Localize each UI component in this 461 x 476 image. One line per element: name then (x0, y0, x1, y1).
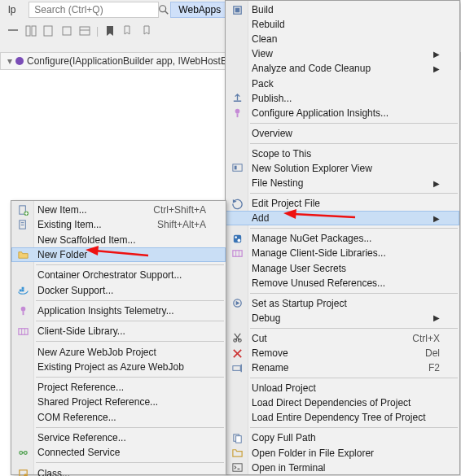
toolbar-icon-3[interactable] (42, 24, 55, 37)
search-box[interactable] (29, 2, 159, 18)
bookmark-next-icon[interactable] (139, 24, 152, 37)
main-menu-item-set-as-startup-project[interactable]: Set as Startup Project (226, 296, 459, 311)
main-menu-item-clean[interactable]: Clean (226, 32, 459, 46)
add-menu-item-container-orchestrator-support[interactable]: Container Orchestrator Support... (11, 268, 226, 282)
main-menu-item-build[interactable]: Build (226, 2, 459, 17)
menu-item-label: File Nesting (252, 177, 425, 189)
add-menu-item-new-folder[interactable]: New Folder (11, 247, 226, 262)
toolbar-icon-1[interactable] (7, 24, 20, 37)
add-menu-item-existing-item[interactable]: Existing Item...Shift+Alt+A (11, 217, 226, 232)
docker-icon (15, 283, 30, 298)
add-menu-item-application-insights-telemetry[interactable]: Application Insights Telemetry... (11, 304, 226, 318)
toolbar-icon-2[interactable] (24, 24, 37, 37)
webapps-button[interactable]: WebApps (170, 2, 229, 18)
menu-item-label: Manage Client-Side Libraries... (252, 247, 440, 259)
startup-icon (230, 296, 244, 311)
main-menu-item-manage-nuget-packages[interactable]: Manage NuGet Packages... (226, 231, 459, 246)
menu-separator (250, 228, 458, 229)
main-menu-item-file-nesting[interactable]: File Nesting▶ (226, 176, 459, 190)
menu-item-shortcut: Ctrl+Shift+A (153, 204, 206, 216)
main-menu-item-publish[interactable]: Publish... (226, 91, 459, 106)
add-menu-item-connected-service[interactable]: Connected Service (11, 445, 226, 460)
main-menu-item-load-direct-dependencies-of-project[interactable]: Load Direct Dependencies of Project (226, 395, 459, 410)
main-menu-item-cut[interactable]: CutCtrl+X (226, 331, 459, 346)
menu-separator (250, 143, 458, 144)
main-menu-item-analyze-and-code-cleanup[interactable]: Analyze and Code Cleanup▶ (226, 61, 459, 76)
add-menu-item-client-side-library[interactable]: Client-Side Library... (11, 324, 226, 338)
blank (15, 410, 30, 425)
svg-rect-45 (18, 328, 27, 334)
main-menu-item-open-in-terminal[interactable]: Open in Terminal (226, 461, 459, 475)
main-menu-item-edit-project-file[interactable]: Edit Project File (226, 196, 459, 211)
svg-rect-16 (233, 235, 240, 242)
main-menu-item-manage-user-secrets[interactable]: Manage User Secrets (226, 261, 459, 276)
add-menu-item-new-azure-webjob-project[interactable]: New Azure WebJob Project (11, 344, 226, 359)
add-menu-item-com-reference[interactable]: COM Reference... (11, 410, 226, 425)
submenu-arrow-icon: ▶ (433, 64, 440, 73)
main-menu-item-rename[interactable]: RenameF2 (226, 360, 459, 375)
blank (15, 233, 30, 247)
add-menu-item-project-reference[interactable]: Project Reference... (11, 380, 226, 395)
main-menu-item-new-solution-explorer-view[interactable]: New Solution Explorer View (226, 161, 459, 176)
svg-line-1 (165, 11, 169, 15)
main-menu-item-add[interactable]: Add▶ (226, 211, 459, 225)
main-menu-item-view[interactable]: View▶ (226, 46, 459, 61)
blank (230, 276, 244, 290)
main-menu-item-rebuild[interactable]: Rebuild (226, 17, 459, 32)
menu-separator (250, 293, 458, 294)
terminal-icon (230, 461, 244, 475)
add-menu-item-new-scaffolded-item[interactable]: New Scaffolded Item... (11, 233, 226, 247)
menu-separator (36, 427, 224, 428)
menu-separator (36, 300, 224, 301)
add-menu-item-docker-support[interactable]: Docker Support... (11, 282, 226, 297)
main-menu-item-remove-unused-references[interactable]: Remove Unused References... (226, 276, 459, 290)
toolbar-icon-5[interactable] (78, 24, 91, 37)
main-menu-item-remove[interactable]: RemoveDel (226, 346, 459, 360)
main-menu-item-copy-full-path[interactable]: Copy Full Path (226, 430, 459, 445)
add-menu-item-shared-project-reference[interactable]: Shared Project Reference... (11, 395, 226, 409)
main-menu-item-configure-application-insights[interactable]: Configure Application Insights... (226, 106, 459, 120)
add-menu-item-new-item[interactable]: New Item...Ctrl+Shift+A (11, 203, 226, 217)
menu-separator (250, 427, 458, 428)
solution-icon (230, 161, 244, 176)
main-menu-item-open-folder-in-file-explorer[interactable]: Open Folder in File Explorer (226, 446, 459, 461)
menu-item-label: Service Reference... (37, 432, 206, 443)
context-menu-add: New Item...Ctrl+Shift+AExisting Item...S… (11, 200, 226, 475)
menu-item-label: Edit Project File (252, 198, 440, 209)
main-menu-item-overview[interactable]: Overview (226, 126, 459, 141)
main-menu-item-debug[interactable]: Debug▶ (226, 311, 459, 325)
method-icon (15, 57, 24, 65)
truncated-tab: lp (3, 2, 20, 17)
toolbar-icon-4[interactable] (60, 24, 73, 37)
main-menu-item-pack[interactable]: Pack (226, 76, 459, 90)
add-menu-item-service-reference[interactable]: Service Reference... (11, 430, 226, 445)
svg-rect-19 (232, 251, 241, 257)
svg-rect-44 (22, 312, 24, 316)
menu-separator (36, 341, 224, 342)
main-menu-item-unload-project[interactable]: Unload Project (226, 381, 459, 395)
blank (230, 261, 244, 276)
webapps-label: WebApps (178, 4, 221, 15)
bookmark-icon[interactable] (103, 24, 116, 37)
main-menu-item-manage-client-side-libraries[interactable]: Manage Client-Side Libraries... (226, 246, 459, 260)
edit-icon (230, 196, 244, 211)
svg-point-17 (235, 236, 237, 238)
add-menu-item-existing-project-as-azure-webjob[interactable]: Existing Project as Azure WebJob (11, 360, 226, 374)
bookmark-prev-icon[interactable] (121, 24, 134, 37)
svg-rect-34 (232, 464, 241, 471)
add-menu-item-class[interactable]: Class... (11, 465, 226, 476)
menu-item-label: Application Insights Telemetry... (37, 305, 206, 317)
main-menu-item-scope-to-this[interactable]: Scope to This (226, 146, 459, 161)
search-input[interactable] (33, 3, 158, 16)
search-icon[interactable] (158, 2, 169, 17)
blank (15, 430, 30, 445)
svg-rect-4 (32, 26, 36, 36)
svg-rect-5 (44, 26, 52, 36)
svg-rect-3 (26, 26, 30, 36)
menu-item-label: New Folder (37, 249, 206, 260)
main-menu-item-load-entire-dependency-tree-of-project[interactable]: Load Entire Dependency Tree of Project (226, 410, 459, 425)
submenu-arrow-icon: ▶ (433, 214, 440, 223)
blank (230, 381, 244, 395)
menu-item-label: Set as Startup Project (252, 298, 440, 309)
menu-item-shortcut: Ctrl+X (412, 333, 440, 344)
